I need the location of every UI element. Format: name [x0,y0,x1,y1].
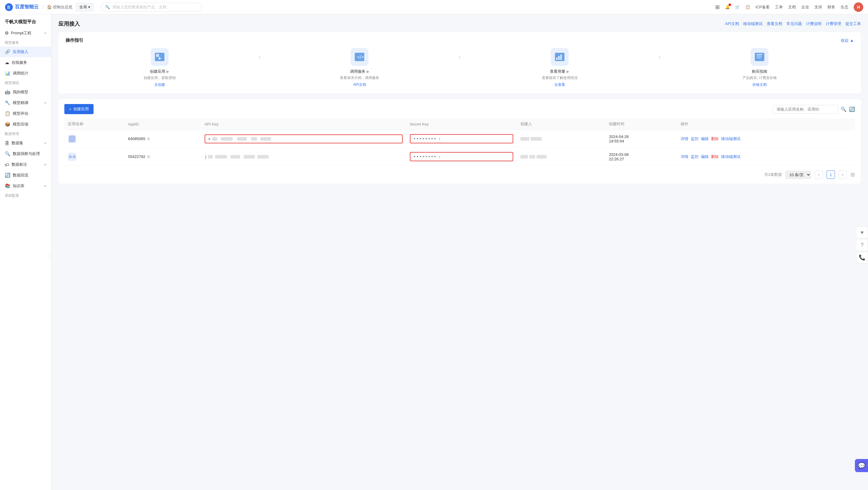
nav-ticket[interactable]: 工单 [775,4,783,10]
sidebar-item-dataset[interactable]: 🗄 数据集 ▾ [0,138,51,148]
finetune-chevron-icon: ▾ [44,101,46,105]
row2-edit-link[interactable]: 编辑 [701,154,709,160]
nav-docs[interactable]: 文档 [788,4,796,10]
sidebar-item-data-insight[interactable]: 🔍 数据洞察与处理 [0,148,51,159]
next-page-button[interactable]: › [838,171,847,179]
link-api-docs[interactable]: API文档 [725,21,739,27]
sidebar-item-prompt[interactable]: ⚙ Prompt工程 ▾ [0,28,51,38]
link-mobile-test[interactable]: 移动端测试 [743,21,763,27]
step4-link[interactable]: 价格文档 [752,82,767,87]
step2-icon: </> [350,48,369,66]
row1-monitor-link[interactable]: 监控 [691,136,699,142]
step2-svg: </> [353,51,366,63]
row1-show-secret-icon[interactable]: ▾ [438,137,440,141]
favorite-float-button[interactable]: ♥ [856,227,868,238]
region-chevron-icon: ▾ [88,5,90,9]
user-avatar[interactable]: H [854,2,863,12]
table-search-input[interactable] [773,105,838,114]
guide-arrow-2: › [454,48,466,60]
step1-icon [151,48,168,66]
invoke-stats-icon: 📊 [5,70,10,76]
grid-view-icon[interactable]: ⊞ [850,171,855,178]
step1-video-icon[interactable]: ▶ [166,69,169,74]
step1-link[interactable]: 去创建 [154,82,165,87]
link-faq[interactable]: 常见问题 [786,21,802,27]
row1-delete-link[interactable]: 删除 [711,136,719,142]
cart-icon[interactable]: 🛒 [735,5,740,9]
guide-arrow-3: › [654,48,666,60]
link-billing-mgmt[interactable]: 计费管理 [826,21,841,27]
link-view-docs[interactable]: 查看文档 [767,21,782,27]
orders-icon[interactable]: 📋 [745,5,750,9]
page-size-select[interactable]: 10 条/页 20 条/页 50 条/页 [785,171,811,179]
row1-detail-link[interactable]: 详情 [681,136,688,142]
sidebar-item-model-eval[interactable]: 📋 模型评估 [0,108,51,119]
sidebar-item-model-compress[interactable]: 📦 模型压缩 [0,119,51,129]
link-billing[interactable]: 计费说明 [806,21,822,27]
step3-video-icon[interactable]: ▶ [566,69,569,74]
step3-svg [554,51,566,63]
table-card: + 创建应用 🔍 🔄 应用名称 AppID API Key Secret Key [58,99,861,183]
row1-copy-icon[interactable]: ⧉ [147,137,150,141]
row1-appid: 64085065 ⧉ [125,130,201,148]
notification-icon[interactable]: 🔔 [725,5,730,9]
nav-finance[interactable]: 财务 [828,4,835,10]
row2-app-name [64,148,125,166]
table-search-icon[interactable]: 🔍 [841,107,846,112]
phone-float-button[interactable]: 📞 [856,252,868,263]
nav-enterprise[interactable]: 企业 [801,4,809,10]
row1-secret-key-cell: •••••••• ▾ [410,134,513,143]
row1-mobile-test-link[interactable]: 移动端测试 [721,136,741,142]
step4-title: 购买指南 [752,69,767,74]
row2-copy-icon[interactable]: ⧉ [147,154,150,159]
sidebar-item-data-label[interactable]: 🏷 数据标注 ▾ [0,159,51,170]
sidebar-item-data-flow[interactable]: 🔄 数据回流 [0,170,51,181]
row1-actions: 详情 监控 编辑 删除 移动端测试 [677,130,855,148]
logo[interactable]: 百 百度智能云 [5,3,39,11]
col-api-key: API Key [201,118,406,130]
current-page[interactable]: 1 [827,171,835,179]
step2-link[interactable]: API文档 [353,82,366,87]
help-float-button[interactable]: ? [856,239,868,251]
link-ticket[interactable]: 提交工单 [845,21,861,27]
svg-rect-14 [756,55,762,56]
nav-ecosystem[interactable]: 生态 [841,4,848,10]
row1-edit-link[interactable]: 编辑 [701,136,709,142]
region-selector[interactable]: 全局 ▾ [76,3,94,11]
sidebar-item-my-model[interactable]: 🤖 我的模型 [0,87,51,97]
create-app-button[interactable]: + 创建应用 [64,104,94,114]
row2-monitor-link[interactable]: 监控 [691,154,699,160]
step2-video-icon[interactable]: ▶ [367,69,369,74]
step3-icon [551,48,569,66]
create-app-label: 创建应用 [73,107,89,112]
search-bar[interactable]: 🔍 请输入您想要搜索的产品、文档 [101,3,202,11]
row1-secret-key: •••••••• ▾ [406,130,517,148]
row2-detail-link[interactable]: 详情 [681,154,688,160]
home-link[interactable]: 🏠 控制台总览 [47,4,72,10]
row2-mobile-test-link[interactable]: 移动端测试 [721,154,741,160]
sidebar-item-model-finetune[interactable]: 🔧 模型精调 ▾ [0,97,51,108]
sidebar-item-invoke-stats[interactable]: 📊 调用统计 [0,68,51,79]
sidebar-item-online-service[interactable]: ☁ 在线服务 [0,57,51,68]
top-nav-right: ⊞ 🔔 🛒 📋 ICP备案 工单 文档 企业 支持 财务 生态 H [715,2,863,12]
guide-collapse-button[interactable]: 收起 ▲ [841,38,854,43]
sidebar-collapse-button[interactable]: ‹ [48,252,51,259]
sidebar-item-knowledge[interactable]: 📚 知识库 ▾ [0,181,51,191]
main-container: 千帆大模型平台 ⚙ Prompt工程 ▾ 模型服务 🔗 应用接入 ☁ 在线服务 … [0,14,868,490]
prev-page-button[interactable]: ‹ [815,171,823,179]
svg-text:</>: </> [357,55,364,60]
step3-link[interactable]: 去查看 [554,82,565,87]
chat-float-button[interactable]: 💬 [855,459,868,472]
row2-delete-link[interactable]: 删除 [711,154,719,160]
sidebar-item-app-access[interactable]: 🔗 应用接入 [0,47,51,57]
step2-desc: 查看请求示例，调用服务 [340,76,379,81]
row2-show-secret-icon[interactable]: ▾ [438,155,440,159]
sidebar-item-app-access-label: 应用接入 [13,49,28,55]
apps-icon[interactable]: ⊞ [715,4,720,10]
guide-header: 操作指引 收起 ▲ [65,37,854,43]
nav-support[interactable]: 支持 [814,4,822,10]
home-icon: 🏠 [47,5,52,9]
table-refresh-icon[interactable]: 🔄 [849,107,855,112]
nav-icp[interactable]: ICP备案 [755,4,770,10]
row1-creator [517,130,605,148]
